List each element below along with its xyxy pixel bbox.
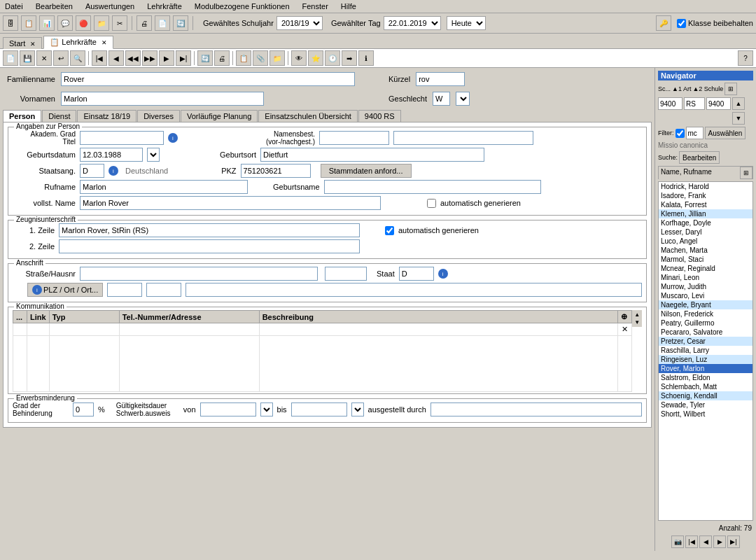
zeile1-input[interactable] [59, 223, 360, 237]
toolbar-btn-2[interactable]: 📋 [21, 15, 36, 31]
hausnr-input[interactable] [325, 267, 367, 281]
nav-col-btn[interactable]: ⊞ [740, 167, 752, 179]
familienname-input[interactable] [61, 72, 355, 86]
nav-item-16[interactable]: Pecararo, Salvatore [659, 328, 752, 337]
person-tab-vorlaeufig[interactable]: Vorläufige Planung [181, 110, 258, 122]
tb2-help[interactable]: ? [738, 50, 753, 66]
tb2-last[interactable]: ▶| [176, 50, 191, 66]
menu-auswertungen[interactable]: Auswertungen [83, 1, 136, 11]
tb2-eye[interactable]: 👁 [291, 50, 307, 66]
tb2-cancel[interactable]: ↩ [53, 50, 69, 66]
menu-datei[interactable]: Datei [3, 1, 25, 11]
menu-modulbezogene[interactable]: Modulbezogene Funktionen [192, 1, 292, 11]
nav-item-14[interactable]: Nilson, Frederick [659, 309, 752, 318]
zeile1-autogen-checkbox[interactable] [385, 226, 394, 235]
tb2-clock[interactable]: 🕐 [325, 50, 340, 66]
filter-input[interactable] [686, 127, 704, 139]
toolbar-btn-1[interactable]: 🗄 [3, 15, 18, 31]
nav-item-8[interactable]: Marmol, Staci [659, 255, 752, 264]
toolbar-btn-9[interactable]: 📄 [155, 15, 170, 31]
tb2-copy[interactable]: 📋 [236, 50, 251, 66]
nav-item-2[interactable]: Kalata, Forrest [659, 200, 752, 209]
nav-item-17[interactable]: Pretzer, Cesar [659, 337, 752, 346]
plz-input[interactable] [107, 283, 142, 297]
toolbar-btn-10[interactable]: 🔄 [173, 15, 188, 31]
tb2-info[interactable]: ℹ [358, 50, 374, 66]
comm-scrollbar[interactable]: ▲ ▼ [632, 310, 642, 327]
ort-input2[interactable] [186, 283, 642, 297]
col-sort[interactable]: ... [13, 311, 27, 323]
menu-fenster[interactable]: Fenster [300, 1, 330, 11]
toolbar-btn-3[interactable]: 📊 [39, 15, 55, 31]
nav-item-23[interactable]: Schoenig, Kendall [659, 391, 752, 400]
nav-item-10[interactable]: Minari, Leon [659, 273, 752, 282]
nav-item-7[interactable]: Machen, Marta [659, 246, 752, 255]
nav-val1[interactable] [658, 97, 682, 110]
tb2-extra1[interactable]: 📁 [270, 50, 285, 66]
namensbest-input2[interactable] [393, 131, 533, 145]
nav-item-4[interactable]: Korfhage, Doyle [659, 218, 752, 227]
tb2-prevp[interactable]: ◀◀ [125, 50, 141, 66]
nav-item-24[interactable]: Sewade, Tyler [659, 400, 752, 410]
pkz-input[interactable] [241, 164, 311, 178]
auswaehlen-btn[interactable]: Auswählen [705, 127, 746, 139]
person-tab-9400rs[interactable]: 9400 RS [358, 110, 401, 122]
akadem-input[interactable] [80, 131, 164, 145]
nav-expand-btn[interactable]: ⊞ [724, 83, 737, 95]
nav-item-5[interactable]: Lesser, Daryl [659, 227, 752, 237]
gebdatum-input[interactable] [80, 148, 143, 162]
plz-btn[interactable]: i PLZ / Ort / Ort... [27, 283, 103, 297]
von-input[interactable] [200, 402, 256, 416]
nav-item-6[interactable]: Luco, Angel [659, 237, 752, 246]
toolbar-btn-5[interactable]: 🔴 [76, 15, 91, 31]
vollst-input[interactable] [80, 196, 381, 210]
tb2-del[interactable]: ✕ [36, 50, 52, 66]
bis-input[interactable] [291, 402, 347, 416]
nav-item-25[interactable]: Shortt, Wilbert [659, 410, 752, 419]
kuerzel-input[interactable] [416, 72, 465, 86]
staatsang-input[interactable] [80, 164, 104, 178]
tb2-first[interactable]: |◀ [92, 50, 107, 66]
person-tab-einsatzschulen[interactable]: Einsatzschulen Übersicht [258, 110, 358, 122]
tb2-save[interactable]: 💾 [20, 50, 35, 66]
nav-scroll-up[interactable]: ▲ [732, 97, 745, 110]
person-tab-dienst[interactable]: Dienst [42, 110, 76, 122]
tab-start-close[interactable]: ✕ [30, 41, 36, 48]
stammdaten-btn[interactable]: Stammdaten anford... [321, 164, 412, 178]
akadem-info-icon[interactable]: i [168, 133, 178, 143]
tb2-arrow[interactable]: ➡ [342, 50, 357, 66]
ausgestellt-input[interactable] [430, 402, 642, 416]
nav-item-0[interactable]: Hodrick, Harold [659, 182, 752, 191]
nav-val2[interactable] [684, 97, 705, 110]
menu-bearbeiten[interactable]: Bearbeiten [34, 1, 75, 11]
geburtsort-input[interactable] [260, 148, 484, 162]
geschlecht-input[interactable] [433, 92, 450, 106]
tab-lehrkraefte[interactable]: 📋 Lehrkräfte ✕ [43, 36, 113, 49]
heute-select[interactable]: Heute [447, 16, 486, 30]
grad-input[interactable] [73, 402, 94, 416]
bearbeiten-btn[interactable]: Bearbeiten [679, 151, 720, 164]
nav-item-20[interactable]: Rover, Marlon [659, 364, 752, 373]
nav-prev-btn[interactable]: ◀ [699, 536, 712, 548]
namensbest-input1[interactable] [319, 131, 389, 145]
tb2-5[interactable]: 🔍 [70, 50, 85, 66]
gebdatum-select[interactable] [147, 148, 160, 162]
von-select[interactable] [260, 402, 273, 416]
tb2-paste[interactable]: 📎 [253, 50, 268, 66]
tb2-nextp[interactable]: ▶▶ [142, 50, 158, 66]
person-tab-diverses[interactable]: Diverses [137, 110, 180, 122]
geschlecht-select[interactable] [456, 92, 470, 106]
nav-item-3[interactable]: Klemen, Jillian [659, 209, 752, 218]
staatsang-info-icon[interactable]: i [108, 166, 118, 176]
ort-input1[interactable] [146, 283, 181, 297]
nav-item-1[interactable]: Isadore, Frank [659, 191, 752, 200]
toolbar-btn-4[interactable]: 💬 [57, 15, 73, 31]
klasse-beibehalten-checkbox[interactable] [677, 19, 686, 28]
tb2-new[interactable]: 📄 [3, 50, 18, 66]
bis-select[interactable] [351, 402, 364, 416]
nav-scroll-down[interactable]: ▼ [732, 112, 745, 125]
person-tab-person[interactable]: Person [3, 110, 41, 122]
menu-hilfe[interactable]: Hilfe [339, 1, 358, 11]
tab-start[interactable]: Start ✕ [3, 37, 42, 49]
nav-next-btn[interactable]: ▶ [713, 536, 726, 548]
